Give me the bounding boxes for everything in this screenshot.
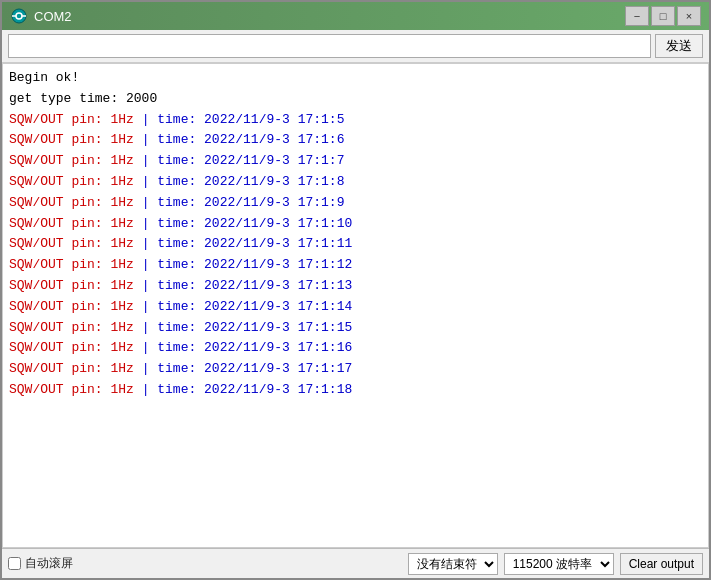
output-line: Begin ok! [9, 68, 702, 89]
main-window: COM2 − □ × 发送 Begin ok!get type time: 20… [0, 0, 711, 580]
output-line: SQW/OUT pin: 1Hz | time: 2022/11/9-3 17:… [9, 255, 702, 276]
minimize-button[interactable]: − [625, 6, 649, 26]
output-line: SQW/OUT pin: 1Hz | time: 2022/11/9-3 17:… [9, 338, 702, 359]
line-ending-select[interactable]: 没有结束符换行符回车符两者兼有 [408, 553, 498, 575]
output-line: SQW/OUT pin: 1Hz | time: 2022/11/9-3 17:… [9, 276, 702, 297]
window-title: COM2 [34, 9, 625, 24]
autoscroll-text: 自动滚屏 [25, 555, 73, 572]
output-line: SQW/OUT pin: 1Hz | time: 2022/11/9-3 17:… [9, 380, 702, 401]
status-bar: 自动滚屏 没有结束符换行符回车符两者兼有 3001200240048009600… [2, 548, 709, 578]
toolbar: 发送 [2, 30, 709, 63]
output-line: SQW/OUT pin: 1Hz | time: 2022/11/9-3 17:… [9, 110, 702, 131]
title-bar: COM2 − □ × [2, 2, 709, 30]
serial-output[interactable]: Begin ok!get type time: 2000SQW/OUT pin:… [2, 63, 709, 548]
serial-input[interactable] [8, 34, 651, 58]
clear-output-button[interactable]: Clear output [620, 553, 703, 575]
window-controls: − □ × [625, 6, 701, 26]
output-line: SQW/OUT pin: 1Hz | time: 2022/11/9-3 17:… [9, 193, 702, 214]
output-line: SQW/OUT pin: 1Hz | time: 2022/11/9-3 17:… [9, 234, 702, 255]
output-line: SQW/OUT pin: 1Hz | time: 2022/11/9-3 17:… [9, 359, 702, 380]
output-line: SQW/OUT pin: 1Hz | time: 2022/11/9-3 17:… [9, 297, 702, 318]
autoscroll-checkbox[interactable] [8, 557, 21, 570]
send-button[interactable]: 发送 [655, 34, 703, 58]
app-icon [10, 7, 28, 25]
output-line: SQW/OUT pin: 1Hz | time: 2022/11/9-3 17:… [9, 172, 702, 193]
output-line: SQW/OUT pin: 1Hz | time: 2022/11/9-3 17:… [9, 318, 702, 339]
close-button[interactable]: × [677, 6, 701, 26]
output-line: SQW/OUT pin: 1Hz | time: 2022/11/9-3 17:… [9, 130, 702, 151]
output-line: get type time: 2000 [9, 89, 702, 110]
output-line: SQW/OUT pin: 1Hz | time: 2022/11/9-3 17:… [9, 151, 702, 172]
output-line: SQW/OUT pin: 1Hz | time: 2022/11/9-3 17:… [9, 214, 702, 235]
autoscroll-label[interactable]: 自动滚屏 [8, 555, 73, 572]
baud-rate-select[interactable]: 3001200240048009600192003840057600748801… [504, 553, 614, 575]
maximize-button[interactable]: □ [651, 6, 675, 26]
